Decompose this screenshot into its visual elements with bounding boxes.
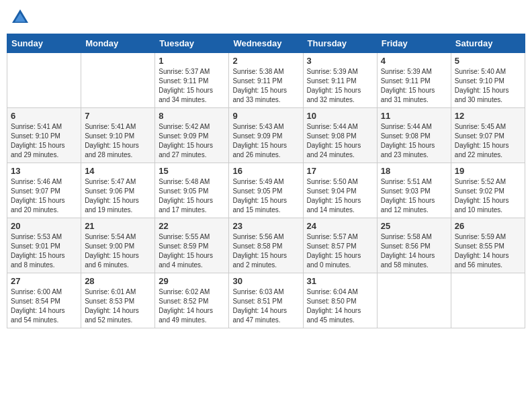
day-number: 21: [85, 221, 151, 231]
column-header-tuesday: Tuesday: [155, 34, 229, 53]
day-info: Sunrise: 5:44 AM Sunset: 9:08 PM Dayligh…: [381, 122, 447, 160]
day-info: Sunrise: 5:41 AM Sunset: 9:10 PM Dayligh…: [11, 122, 77, 160]
calendar-cell: 10Sunrise: 5:44 AM Sunset: 9:08 PM Dayli…: [303, 108, 377, 163]
day-info: Sunrise: 5:56 AM Sunset: 8:58 PM Dayligh…: [232, 232, 299, 270]
day-info: Sunrise: 5:43 AM Sunset: 9:09 PM Dayligh…: [232, 122, 299, 160]
day-number: 28: [85, 276, 151, 286]
calendar-cell: 18Sunrise: 5:51 AM Sunset: 9:03 PM Dayli…: [377, 163, 451, 218]
day-number: 9: [232, 111, 299, 121]
day-info: Sunrise: 5:42 AM Sunset: 9:09 PM Dayligh…: [159, 122, 225, 160]
calendar-cell: 27Sunrise: 6:00 AM Sunset: 8:54 PM Dayli…: [7, 273, 81, 328]
calendar-cell: [81, 53, 155, 108]
calendar-table: SundayMondayTuesdayWednesdayThursdayFrid…: [7, 34, 525, 328]
calendar-cell: 25Sunrise: 5:58 AM Sunset: 8:56 PM Dayli…: [377, 218, 451, 273]
day-info: Sunrise: 6:00 AM Sunset: 8:54 PM Dayligh…: [11, 287, 77, 325]
column-header-friday: Friday: [377, 34, 451, 53]
day-info: Sunrise: 6:02 AM Sunset: 8:52 PM Dayligh…: [159, 287, 225, 325]
day-info: Sunrise: 5:48 AM Sunset: 9:05 PM Dayligh…: [159, 177, 225, 215]
calendar-cell: 2Sunrise: 5:38 AM Sunset: 9:11 PM Daylig…: [229, 53, 303, 108]
calendar-cell: 15Sunrise: 5:48 AM Sunset: 9:05 PM Dayli…: [155, 163, 229, 218]
day-number: 10: [307, 111, 373, 121]
calendar-cell: 26Sunrise: 5:59 AM Sunset: 8:55 PM Dayli…: [451, 218, 525, 273]
calendar-cell: 12Sunrise: 5:45 AM Sunset: 9:07 PM Dayli…: [451, 108, 525, 163]
day-number: 12: [455, 111, 521, 121]
calendar-cell: 9Sunrise: 5:43 AM Sunset: 9:09 PM Daylig…: [229, 108, 303, 163]
day-info: Sunrise: 5:53 AM Sunset: 9:01 PM Dayligh…: [11, 232, 77, 270]
calendar-week-row: 13Sunrise: 5:46 AM Sunset: 9:07 PM Dayli…: [7, 163, 525, 218]
calendar-cell: 7Sunrise: 5:41 AM Sunset: 9:10 PM Daylig…: [81, 108, 155, 163]
day-number: 23: [232, 221, 299, 231]
page-header: [7, 7, 525, 28]
logo-icon: [9, 7, 31, 28]
calendar-cell: 1Sunrise: 5:37 AM Sunset: 9:11 PM Daylig…: [155, 53, 229, 108]
day-info: Sunrise: 5:46 AM Sunset: 9:07 PM Dayligh…: [11, 177, 77, 215]
day-info: Sunrise: 5:44 AM Sunset: 9:08 PM Dayligh…: [307, 122, 373, 160]
day-info: Sunrise: 5:37 AM Sunset: 9:11 PM Dayligh…: [159, 67, 225, 105]
calendar-cell: 3Sunrise: 5:39 AM Sunset: 9:11 PM Daylig…: [303, 53, 377, 108]
calendar-cell: 29Sunrise: 6:02 AM Sunset: 8:52 PM Dayli…: [155, 273, 229, 328]
calendar-cell: 5Sunrise: 5:40 AM Sunset: 9:10 PM Daylig…: [451, 53, 525, 108]
calendar-cell: 21Sunrise: 5:54 AM Sunset: 9:00 PM Dayli…: [81, 218, 155, 273]
calendar-cell: 30Sunrise: 6:03 AM Sunset: 8:51 PM Dayli…: [229, 273, 303, 328]
column-header-wednesday: Wednesday: [229, 34, 303, 53]
day-number: 17: [307, 166, 373, 176]
calendar-cell: 16Sunrise: 5:49 AM Sunset: 9:05 PM Dayli…: [229, 163, 303, 218]
day-info: Sunrise: 5:47 AM Sunset: 9:06 PM Dayligh…: [85, 177, 151, 215]
day-info: Sunrise: 5:52 AM Sunset: 9:02 PM Dayligh…: [455, 177, 521, 215]
day-info: Sunrise: 5:58 AM Sunset: 8:56 PM Dayligh…: [381, 232, 447, 270]
calendar-cell: 6Sunrise: 5:41 AM Sunset: 9:10 PM Daylig…: [7, 108, 81, 163]
day-number: 19: [455, 166, 521, 176]
calendar-cell: 24Sunrise: 5:57 AM Sunset: 8:57 PM Dayli…: [303, 218, 377, 273]
calendar-cell: 17Sunrise: 5:50 AM Sunset: 9:04 PM Dayli…: [303, 163, 377, 218]
day-number: 5: [455, 56, 521, 66]
day-info: Sunrise: 5:50 AM Sunset: 9:04 PM Dayligh…: [307, 177, 373, 215]
day-number: 18: [381, 166, 447, 176]
day-number: 7: [85, 111, 151, 121]
day-number: 25: [381, 221, 447, 231]
day-number: 15: [159, 166, 225, 176]
day-info: Sunrise: 6:04 AM Sunset: 8:50 PM Dayligh…: [307, 287, 373, 325]
calendar-header-row: SundayMondayTuesdayWednesdayThursdayFrid…: [7, 34, 525, 53]
day-number: 1: [159, 56, 225, 66]
calendar-cell: 4Sunrise: 5:39 AM Sunset: 9:11 PM Daylig…: [377, 53, 451, 108]
day-info: Sunrise: 5:45 AM Sunset: 9:07 PM Dayligh…: [455, 122, 521, 160]
day-number: 8: [159, 111, 225, 121]
calendar-week-row: 1Sunrise: 5:37 AM Sunset: 9:11 PM Daylig…: [7, 53, 525, 108]
calendar-cell: 19Sunrise: 5:52 AM Sunset: 9:02 PM Dayli…: [451, 163, 525, 218]
calendar-cell: [451, 273, 525, 328]
calendar-week-row: 6Sunrise: 5:41 AM Sunset: 9:10 PM Daylig…: [7, 108, 525, 163]
day-number: 24: [307, 221, 373, 231]
day-info: Sunrise: 5:54 AM Sunset: 9:00 PM Dayligh…: [85, 232, 151, 270]
logo: [9, 7, 34, 28]
day-info: Sunrise: 5:57 AM Sunset: 8:57 PM Dayligh…: [307, 232, 373, 270]
day-info: Sunrise: 5:51 AM Sunset: 9:03 PM Dayligh…: [381, 177, 447, 215]
day-info: Sunrise: 5:49 AM Sunset: 9:05 PM Dayligh…: [232, 177, 299, 215]
day-info: Sunrise: 5:59 AM Sunset: 8:55 PM Dayligh…: [455, 232, 521, 270]
calendar-cell: 22Sunrise: 5:55 AM Sunset: 8:59 PM Dayli…: [155, 218, 229, 273]
day-info: Sunrise: 5:40 AM Sunset: 9:10 PM Dayligh…: [455, 67, 521, 105]
day-info: Sunrise: 6:03 AM Sunset: 8:51 PM Dayligh…: [232, 287, 299, 325]
calendar-cell: 20Sunrise: 5:53 AM Sunset: 9:01 PM Dayli…: [7, 218, 81, 273]
calendar-cell: 28Sunrise: 6:01 AM Sunset: 8:53 PM Dayli…: [81, 273, 155, 328]
calendar-cell: 11Sunrise: 5:44 AM Sunset: 9:08 PM Dayli…: [377, 108, 451, 163]
day-number: 14: [85, 166, 151, 176]
calendar-cell: [377, 273, 451, 328]
day-info: Sunrise: 5:38 AM Sunset: 9:11 PM Dayligh…: [232, 67, 299, 105]
day-info: Sunrise: 5:39 AM Sunset: 9:11 PM Dayligh…: [381, 67, 447, 105]
day-number: 29: [159, 276, 225, 286]
day-number: 30: [232, 276, 299, 286]
day-number: 4: [381, 56, 447, 66]
day-info: Sunrise: 5:41 AM Sunset: 9:10 PM Dayligh…: [85, 122, 151, 160]
day-number: 13: [11, 166, 77, 176]
column-header-saturday: Saturday: [451, 34, 525, 53]
calendar-cell: 31Sunrise: 6:04 AM Sunset: 8:50 PM Dayli…: [303, 273, 377, 328]
calendar-cell: [7, 53, 81, 108]
day-number: 26: [455, 221, 521, 231]
column-header-sunday: Sunday: [7, 34, 81, 53]
calendar-cell: 23Sunrise: 5:56 AM Sunset: 8:58 PM Dayli…: [229, 218, 303, 273]
day-number: 22: [159, 221, 225, 231]
calendar-cell: 14Sunrise: 5:47 AM Sunset: 9:06 PM Dayli…: [81, 163, 155, 218]
day-info: Sunrise: 5:39 AM Sunset: 9:11 PM Dayligh…: [307, 67, 373, 105]
day-number: 16: [232, 166, 299, 176]
day-number: 2: [232, 56, 299, 66]
